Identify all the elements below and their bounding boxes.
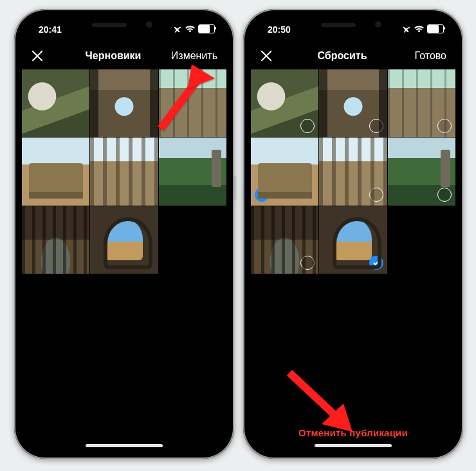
status-time: 20:41 bbox=[39, 24, 62, 35]
stage: Яof 20:41 Черновики Изменить bbox=[0, 0, 476, 471]
draft-thumb[interactable] bbox=[388, 138, 455, 205]
select-circle-icon[interactable] bbox=[369, 119, 383, 133]
nav-title: Черновики bbox=[64, 50, 162, 62]
select-circle-icon[interactable] bbox=[437, 119, 452, 133]
draft-thumb[interactable] bbox=[159, 138, 226, 205]
close-icon bbox=[31, 49, 44, 62]
select-circle-icon[interactable] bbox=[437, 188, 452, 202]
wifi-icon bbox=[185, 26, 195, 33]
phone-left: 20:41 Черновики Изменить bbox=[14, 9, 234, 459]
status-icons bbox=[173, 24, 215, 33]
draft-thumb[interactable] bbox=[22, 69, 89, 137]
draft-thumb[interactable] bbox=[22, 138, 89, 205]
draft-thumb[interactable] bbox=[251, 69, 318, 137]
draft-thumb[interactable] bbox=[388, 69, 455, 137]
draft-thumb[interactable] bbox=[90, 69, 158, 137]
draft-thumb[interactable] bbox=[251, 138, 318, 205]
draft-thumb[interactable] bbox=[319, 206, 387, 274]
discard-posts-button[interactable]: Отменить публикации bbox=[251, 427, 455, 438]
drafts-grid bbox=[22, 69, 226, 274]
select-circle-icon[interactable] bbox=[300, 256, 315, 270]
draft-thumb[interactable] bbox=[90, 138, 158, 205]
wifi-icon bbox=[414, 26, 424, 33]
empty-cell bbox=[388, 206, 455, 274]
select-checked-icon[interactable] bbox=[255, 188, 269, 202]
select-circle-icon[interactable] bbox=[300, 119, 315, 133]
home-indicator[interactable] bbox=[315, 444, 392, 447]
close-button[interactable] bbox=[31, 49, 64, 62]
screen-left: 20:41 Черновики Изменить bbox=[22, 17, 226, 451]
status-time: 20:50 bbox=[268, 24, 291, 35]
notch bbox=[73, 17, 176, 33]
screen-right: 20:50 Сбросить Готово bbox=[251, 17, 455, 451]
draft-thumb[interactable] bbox=[319, 69, 387, 137]
draft-thumb[interactable] bbox=[251, 206, 318, 274]
status-icons bbox=[402, 24, 444, 33]
draft-thumb[interactable] bbox=[90, 206, 158, 274]
done-button[interactable]: Готово bbox=[391, 50, 446, 62]
empty-cell bbox=[159, 206, 226, 274]
draft-thumb[interactable] bbox=[159, 69, 226, 137]
close-button[interactable] bbox=[260, 49, 293, 62]
draft-thumb[interactable] bbox=[22, 206, 89, 274]
battery-icon bbox=[198, 24, 215, 33]
notch bbox=[302, 17, 405, 33]
select-checked-icon[interactable] bbox=[369, 256, 383, 270]
select-circle-icon[interactable] bbox=[369, 188, 383, 202]
draft-thumb[interactable] bbox=[319, 138, 387, 205]
nav-bar: Сбросить Готово bbox=[251, 42, 455, 69]
close-icon bbox=[260, 49, 273, 62]
drafts-grid-select bbox=[251, 69, 455, 274]
home-indicator[interactable] bbox=[86, 444, 163, 447]
battery-icon bbox=[427, 24, 444, 33]
nav-bar: Черновики Изменить bbox=[22, 42, 226, 69]
phone-right: 20:50 Сбросить Готово bbox=[243, 9, 463, 459]
edit-button[interactable]: Изменить bbox=[162, 50, 217, 62]
nav-title: Сбросить bbox=[293, 50, 391, 62]
